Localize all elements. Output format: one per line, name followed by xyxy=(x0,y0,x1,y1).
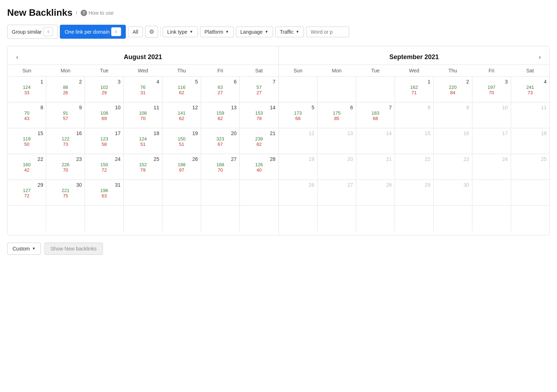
link-type-dropdown[interactable]: Link type ▼ xyxy=(163,27,198,37)
word-input[interactable] xyxy=(306,27,349,37)
one-link-info: i xyxy=(111,27,121,36)
day-number: 3 xyxy=(86,79,122,85)
day-number: 8 xyxy=(396,105,432,110)
august-title: August 2021 xyxy=(124,53,162,61)
list-item: 19 xyxy=(279,154,318,180)
green-count: 108 xyxy=(125,110,161,116)
red-count: 62 xyxy=(164,90,199,95)
list-item: 20 xyxy=(317,154,356,180)
list-item[interactable]: 617585 xyxy=(317,102,356,128)
list-item xyxy=(433,206,472,231)
red-count: 79 xyxy=(125,167,161,173)
list-item[interactable]: 2322670 xyxy=(46,154,85,180)
custom-button[interactable]: Custom ▼ xyxy=(7,243,41,255)
list-item[interactable]: 2515279 xyxy=(124,154,162,180)
list-item[interactable]: 2619897 xyxy=(162,154,201,180)
day-number: 24 xyxy=(86,156,122,162)
list-item[interactable]: 1415378 xyxy=(240,102,278,128)
list-item[interactable]: 2716870 xyxy=(201,154,240,180)
green-count: 102 xyxy=(86,85,122,90)
sep-day-header: Sat xyxy=(511,65,549,77)
list-item[interactable]: 1010869 xyxy=(85,102,124,128)
list-item[interactable]: 99157 xyxy=(46,102,85,128)
list-item[interactable]: 3022175 xyxy=(46,180,85,206)
red-count: 40 xyxy=(241,167,277,173)
list-item[interactable]: 66327 xyxy=(201,77,240,102)
red-count: 33 xyxy=(9,90,44,95)
list-item[interactable]: 116271 xyxy=(395,77,433,102)
prev-month-button[interactable]: ‹ xyxy=(13,52,21,62)
group-similar-button[interactable]: Group similari xyxy=(7,25,58,39)
day-number: 10 xyxy=(86,105,122,110)
list-item xyxy=(395,206,433,231)
red-count: 26 xyxy=(48,90,83,95)
list-item[interactable]: 1812451 xyxy=(124,128,162,154)
list-item[interactable]: 1915051 xyxy=(162,128,201,154)
one-link-per-domain-button[interactable]: One link per domaini xyxy=(60,25,126,39)
show-backlinks-button[interactable]: Show New backlinks xyxy=(44,243,103,255)
all-button[interactable]: All xyxy=(128,27,143,37)
next-month-button[interactable]: › xyxy=(536,52,544,62)
day-number: 7 xyxy=(358,105,393,110)
list-item[interactable]: 2415072 xyxy=(85,154,124,180)
red-count: 69 xyxy=(86,116,122,121)
list-item[interactable]: 1612273 xyxy=(46,128,85,154)
green-count: 241 xyxy=(513,85,548,90)
list-item: 29 xyxy=(395,180,433,206)
list-item[interactable]: 1214162 xyxy=(162,102,201,128)
green-count: 168 xyxy=(203,162,238,167)
day-number: 13 xyxy=(319,130,354,136)
how-to-use-link[interactable]: ? How to use xyxy=(81,10,114,16)
day-number: 2 xyxy=(435,79,471,85)
gear-button[interactable]: ⚙ xyxy=(145,26,158,38)
list-item[interactable]: 424173 xyxy=(511,77,549,102)
list-item xyxy=(124,180,162,206)
list-item xyxy=(511,206,549,231)
red-count: 51 xyxy=(125,142,161,147)
list-item[interactable]: 112433 xyxy=(8,77,46,102)
language-arrow-icon: ▼ xyxy=(265,30,268,34)
list-item[interactable]: 222084 xyxy=(433,77,472,102)
list-item[interactable]: 87043 xyxy=(8,102,46,128)
list-item[interactable]: 3119663 xyxy=(85,180,124,206)
list-item[interactable]: 2123982 xyxy=(240,128,278,154)
list-item[interactable]: 1712358 xyxy=(85,128,124,154)
list-item[interactable]: 2912772 xyxy=(8,180,46,206)
list-item: 21 xyxy=(356,154,395,180)
aug-day-header: Tue xyxy=(85,65,124,77)
list-item[interactable]: 517368 xyxy=(279,102,318,128)
list-item[interactable]: 1511950 xyxy=(8,128,46,154)
language-dropdown[interactable]: Language ▼ xyxy=(236,27,273,37)
green-count: 198 xyxy=(164,162,199,167)
one-link-per-domain-label: One link per domain xyxy=(65,29,109,35)
list-item[interactable]: 1315962 xyxy=(201,102,240,128)
green-count: 124 xyxy=(125,136,161,142)
list-item[interactable]: 319770 xyxy=(472,77,511,102)
day-number: 26 xyxy=(164,156,199,162)
traffic-label: Traffic xyxy=(280,29,294,35)
traffic-arrow-icon: ▼ xyxy=(296,30,299,34)
aug-day-header: Mon xyxy=(46,65,85,77)
august-grid: SunMonTueWedThuFriSat 112433288263102294… xyxy=(8,64,278,231)
green-count: 124 xyxy=(9,85,44,90)
list-item xyxy=(162,180,201,206)
traffic-dropdown[interactable]: Traffic ▼ xyxy=(275,27,304,37)
list-item[interactable]: 2032367 xyxy=(201,128,240,154)
red-count: 70 xyxy=(474,90,509,95)
red-count: 85 xyxy=(319,116,354,121)
green-count: 123 xyxy=(86,136,122,142)
list-item[interactable]: 2812640 xyxy=(240,154,278,180)
list-item[interactable]: 2216042 xyxy=(8,154,46,180)
list-item[interactable]: 28826 xyxy=(46,77,85,102)
list-item[interactable]: 75727 xyxy=(240,77,278,102)
list-item[interactable]: 47631 xyxy=(124,77,162,102)
list-item[interactable]: 718368 xyxy=(356,102,395,128)
day-number: 5 xyxy=(280,105,316,110)
red-count: 67 xyxy=(203,142,238,147)
platform-dropdown[interactable]: Platform ▼ xyxy=(200,27,234,37)
day-number: 3 xyxy=(474,79,509,85)
list-item[interactable]: 1110870 xyxy=(124,102,162,128)
list-item[interactable]: 310229 xyxy=(85,77,124,102)
list-item[interactable]: 511662 xyxy=(162,77,201,102)
day-number: 27 xyxy=(319,182,354,188)
